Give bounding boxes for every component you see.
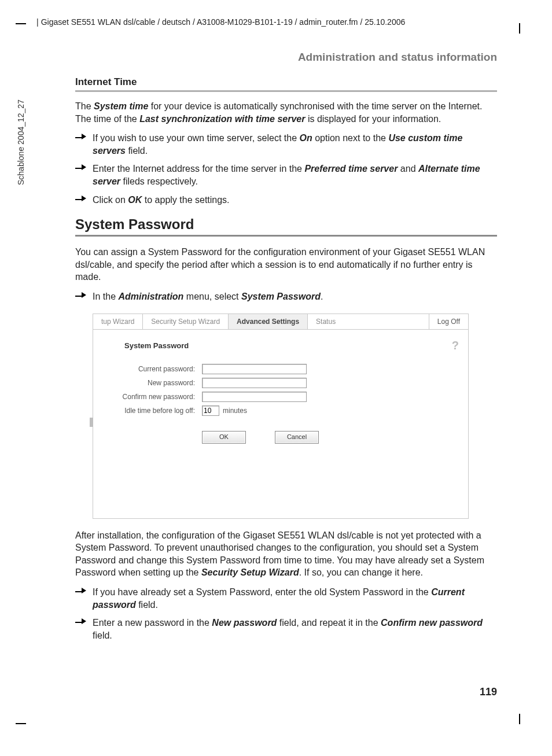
step-item: Click on OK to apply the settings.: [75, 194, 497, 206]
crop-mark: [519, 714, 520, 724]
tab-status[interactable]: Status: [308, 314, 344, 329]
new-password-input[interactable]: [202, 378, 307, 388]
internet-time-steps: If you wish to use your own time server,…: [75, 132, 497, 206]
step-item: If you have already set a System Passwor…: [75, 586, 497, 611]
label-idle-time: Idle time before log off:: [102, 407, 202, 415]
system-password-para: You can assign a System Password for the…: [75, 246, 497, 283]
cancel-button[interactable]: Cancel: [275, 431, 319, 444]
section-header: Administration and status information: [75, 51, 497, 64]
crop-mark: [16, 723, 26, 724]
header-path-text: Gigaset SE551 WLAN dsl/cable / deutsch /…: [41, 17, 406, 27]
tab-setup-wizard[interactable]: tup Wizard: [93, 314, 143, 329]
template-sidetext: Schablone 2004_12_27: [16, 99, 25, 185]
step-item: Enter the Internet address for the time …: [75, 163, 497, 187]
header-path: |Gigaset SE551 WLAN dsl/cable / deutsch …: [36, 17, 405, 27]
tab-bar: tup Wizard Security Setup Wizard Advance…: [93, 314, 469, 329]
step-item: If you wish to use your own time server,…: [75, 132, 497, 157]
crop-mark: [519, 23, 520, 34]
idle-time-unit: minutes: [223, 407, 247, 415]
label-current-password: Current password:: [102, 365, 202, 373]
idle-time-input[interactable]: [202, 405, 219, 416]
label-confirm-password: Confirm new password:: [102, 393, 202, 401]
after-install-para: After installation, the configuration of…: [75, 529, 497, 579]
system-password-heading: System Password: [75, 216, 497, 233]
rule: [75, 235, 497, 237]
internet-time-para: The System time for your device is autom…: [75, 100, 497, 125]
row-idle-time: Idle time before log off: minutes: [102, 405, 459, 416]
crop-mark: [16, 23, 26, 24]
system-password-steps: In the Administration menu, select Syste…: [75, 290, 497, 303]
help-icon[interactable]: ?: [452, 339, 459, 352]
row-confirm-password: Confirm new password:: [102, 392, 459, 402]
panel-body: System Password ? Current password: New …: [93, 329, 469, 519]
router-ui-screenshot: tup Wizard Security Setup Wizard Advance…: [93, 314, 469, 519]
rule: [75, 90, 497, 92]
log-off-link[interactable]: Log Off: [429, 314, 468, 329]
row-current-password: Current password:: [102, 364, 459, 374]
current-password-input[interactable]: [202, 364, 307, 374]
button-row: OK Cancel: [202, 431, 459, 444]
tab-advanced-settings[interactable]: Advanced Settings: [229, 314, 308, 329]
after-steps: If you have already set a System Passwor…: [75, 586, 497, 641]
resize-handle-icon: [90, 418, 93, 427]
confirm-password-input[interactable]: [202, 392, 307, 402]
step-item: Enter a new password in the New password…: [75, 617, 497, 641]
panel-title-row: System Password ?: [102, 335, 459, 360]
tab-security-setup-wizard[interactable]: Security Setup Wizard: [143, 314, 229, 329]
internet-time-heading: Internet Time: [75, 76, 497, 88]
row-new-password: New password:: [102, 378, 459, 388]
ok-button[interactable]: OK: [202, 431, 246, 444]
label-new-password: New password:: [102, 379, 202, 387]
content: Administration and status information In…: [75, 51, 497, 641]
page: |Gigaset SE551 WLAN dsl/cable / deutsch …: [0, 0, 552, 756]
step-item: In the Administration menu, select Syste…: [75, 290, 497, 303]
panel-title: System Password: [124, 341, 189, 350]
page-number: 119: [480, 686, 497, 698]
